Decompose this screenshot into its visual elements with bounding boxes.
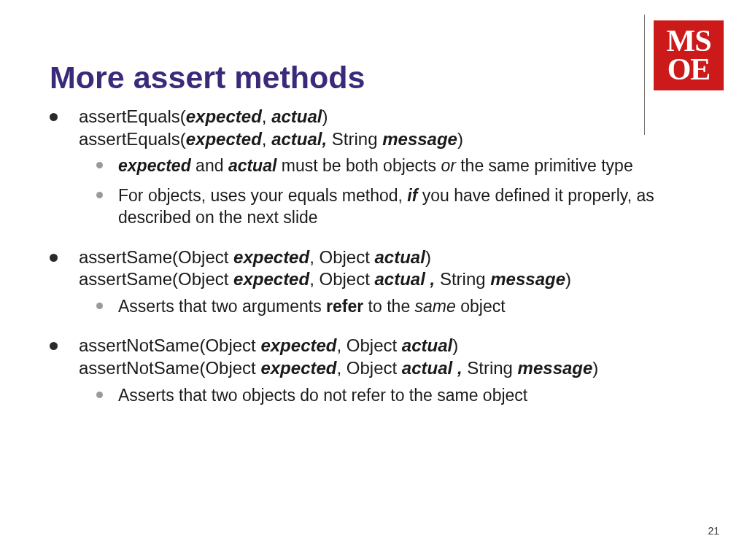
text-run: , Object bbox=[336, 358, 401, 378]
text-run: , bbox=[262, 129, 271, 149]
text-run: , Object bbox=[309, 269, 374, 289]
text-run: , Object bbox=[336, 335, 401, 355]
sub-bullet-item: Asserts that two objects do not refer to… bbox=[93, 384, 711, 406]
text-run: assertNotSame(Object bbox=[79, 335, 260, 355]
text-run: expected bbox=[186, 106, 262, 126]
text-run: ) bbox=[322, 106, 328, 126]
text-run: expected bbox=[260, 358, 336, 378]
bullet-item: assertEquals(expected, actual)assertEqua… bbox=[44, 106, 711, 229]
slide-title: More assert methods bbox=[50, 60, 711, 96]
bullet-item: assertSame(Object expected, Object actua… bbox=[44, 246, 711, 318]
logo-text: MSOE bbox=[667, 27, 711, 83]
text-run: , bbox=[262, 106, 271, 126]
text-run: must be both objects bbox=[276, 156, 441, 175]
text-run: actual , bbox=[402, 358, 462, 378]
text-run: message bbox=[518, 358, 593, 378]
msoe-logo: MSOE bbox=[654, 20, 724, 90]
text-run: actual bbox=[228, 156, 276, 175]
text-run: Asserts that two objects do not refer to… bbox=[118, 386, 527, 405]
text-run: ) bbox=[457, 129, 463, 149]
text-run: ) bbox=[425, 247, 431, 267]
text-run: ) bbox=[452, 335, 458, 355]
text-run: expected bbox=[260, 335, 336, 355]
text-run: ) bbox=[592, 358, 598, 378]
text-run: actual bbox=[375, 247, 425, 267]
text-run: For objects, uses your equals method, bbox=[118, 186, 407, 205]
sub-bullet-list: Asserts that two arguments refer to the … bbox=[79, 295, 711, 317]
slide-content: More assert methods assertEquals(expecte… bbox=[0, 0, 747, 406]
text-run: actual, bbox=[271, 129, 327, 149]
text-run: assertSame(Object bbox=[79, 247, 233, 267]
sub-bullet-item: For objects, uses your equals method, if… bbox=[93, 184, 711, 229]
text-run: expected bbox=[233, 247, 309, 267]
text-run: or bbox=[441, 156, 455, 175]
text-run: String bbox=[435, 269, 490, 289]
page-number: 21 bbox=[708, 525, 719, 537]
text-run: message bbox=[382, 129, 457, 149]
text-run: object bbox=[456, 297, 506, 316]
text-run: assertSame(Object bbox=[79, 269, 233, 289]
sub-bullet-item: expected and actual must be both objects… bbox=[93, 155, 711, 176]
text-run: actual bbox=[271, 106, 322, 126]
text-run: String bbox=[462, 358, 518, 378]
text-run: message bbox=[490, 269, 565, 289]
bullet-list: assertEquals(expected, actual)assertEqua… bbox=[36, 106, 711, 406]
text-run: expected bbox=[186, 129, 262, 149]
bullet-item: assertNotSame(Object expected, Object ac… bbox=[44, 335, 711, 406]
sub-bullet-list: expected and actual must be both objects… bbox=[79, 155, 711, 228]
text-run: String bbox=[327, 129, 382, 149]
text-run: Asserts that two arguments bbox=[118, 297, 326, 316]
text-run: ) bbox=[565, 269, 571, 289]
text-run: expected bbox=[233, 269, 309, 289]
text-run: and bbox=[191, 156, 228, 175]
sub-bullet-list: Asserts that two objects do not refer to… bbox=[79, 384, 711, 406]
text-run: assertNotSame(Object bbox=[79, 358, 260, 378]
text-run: if bbox=[407, 186, 417, 205]
text-run: refer bbox=[326, 297, 363, 316]
text-run: assertEquals( bbox=[79, 106, 186, 126]
text-run: to the bbox=[363, 297, 414, 316]
text-run: expected bbox=[118, 156, 191, 175]
text-run: assertEquals( bbox=[79, 129, 186, 149]
text-run: actual , bbox=[375, 269, 436, 289]
text-run: , Object bbox=[309, 247, 374, 267]
text-run: same bbox=[415, 297, 456, 316]
text-run: the same primitive type bbox=[456, 156, 633, 175]
sub-bullet-item: Asserts that two arguments refer to the … bbox=[93, 295, 711, 317]
text-run: actual bbox=[402, 335, 452, 355]
